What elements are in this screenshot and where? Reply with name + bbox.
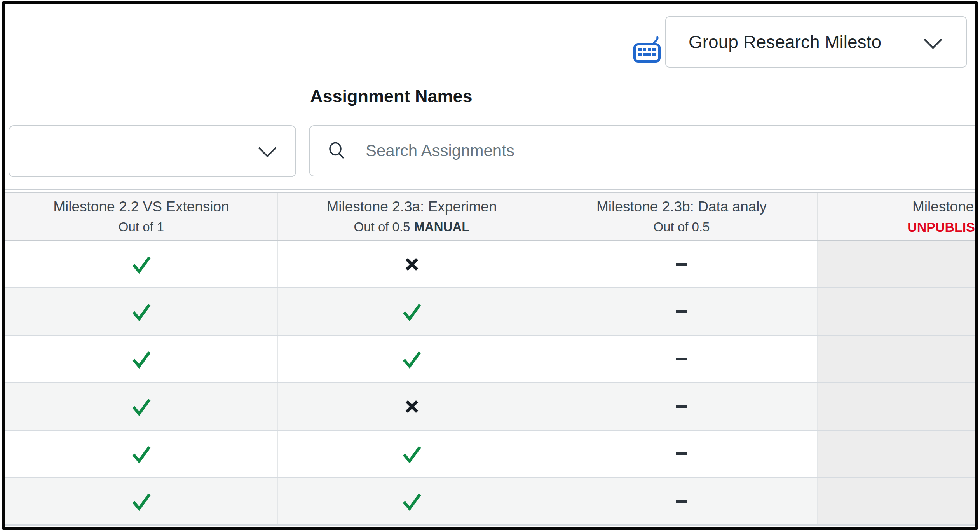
chevron-down-icon xyxy=(257,146,277,159)
grid-row xyxy=(5,383,978,431)
grade-cell-check[interactable] xyxy=(5,431,278,477)
check-icon xyxy=(130,253,153,276)
grade-cell-check[interactable] xyxy=(5,288,278,335)
grade-cell-blank[interactable] xyxy=(818,241,978,287)
check-icon xyxy=(401,348,423,370)
grade-cell-dash[interactable] xyxy=(546,478,818,524)
gradebook-screen: Group Research Milesto Assignment Names xyxy=(0,0,980,531)
grid-row xyxy=(5,478,978,526)
grid-row xyxy=(5,241,978,288)
grade-cell-check[interactable] xyxy=(278,288,546,335)
grade-cell-blank[interactable] xyxy=(818,336,978,382)
search-assignments-box xyxy=(309,125,978,176)
grid-header-cell[interactable]: Milestone 2.2 VS ExtensionOut of 1 xyxy=(5,193,278,240)
assignment-column-title: Milestone 2.2 VS Extension xyxy=(5,199,277,215)
grade-cell-dash[interactable] xyxy=(546,431,818,477)
grid-row xyxy=(5,336,978,383)
grade-cell-check[interactable] xyxy=(5,383,278,430)
grade-cell-dash[interactable] xyxy=(546,241,818,287)
assignment-column-title: Milestone 2.3b: Data analy xyxy=(546,199,817,215)
grid-header-cell[interactable]: Milestone 2.4UNPUBLISHED xyxy=(818,193,978,240)
check-icon xyxy=(130,443,153,465)
grade-cell-check[interactable] xyxy=(278,431,546,477)
points-possible-label: Out of 0.5 xyxy=(654,220,710,234)
grade-cell-check[interactable] xyxy=(278,478,546,524)
points-possible-label: Out of 1 xyxy=(119,220,164,234)
grade-cell-check[interactable] xyxy=(278,336,546,382)
grade-cell-dash[interactable] xyxy=(546,336,818,382)
gradebook-view-dropdown[interactable]: Group Research Milesto xyxy=(665,16,967,68)
grade-cell-dash[interactable] xyxy=(546,383,818,430)
keyboard-shortcuts-button[interactable] xyxy=(631,34,664,67)
screenshot-frame: Group Research Milesto Assignment Names xyxy=(2,1,978,530)
dash-icon xyxy=(676,452,687,456)
gradebook-grid: Milestone 2.2 VS ExtensionOut of 1Milest… xyxy=(5,192,978,530)
assignment-column-title: Milestone 2.3a: Experimen xyxy=(278,199,546,215)
grid-row xyxy=(5,288,978,336)
keyboard-icon xyxy=(631,62,664,68)
grid-header-cell[interactable]: Milestone 2.3a: ExperimenOut of 0.5MANUA… xyxy=(278,193,546,240)
assignment-column-title: Milestone 2.4 xyxy=(818,199,978,215)
manual-posting-badge: MANUAL xyxy=(414,220,469,234)
grade-cell-blank[interactable] xyxy=(818,478,978,524)
check-icon xyxy=(130,395,153,418)
grid-header-row: Milestone 2.2 VS ExtensionOut of 1Milest… xyxy=(5,192,978,241)
grid-row xyxy=(5,431,978,478)
dash-icon xyxy=(676,405,687,408)
check-icon xyxy=(401,300,423,323)
check-icon xyxy=(401,443,423,465)
grade-cell-check[interactable] xyxy=(5,478,278,524)
grade-cell-blank[interactable] xyxy=(818,431,978,477)
check-icon xyxy=(401,490,423,513)
points-possible-label: Out of 0.5 xyxy=(354,220,410,234)
grade-cell-check[interactable] xyxy=(5,241,278,287)
grid-row-partial xyxy=(5,526,978,530)
chevron-down-icon xyxy=(922,37,943,51)
assignment-filter-dropdown[interactable] xyxy=(9,125,296,177)
grade-cell-check[interactable] xyxy=(5,336,278,382)
assignment-names-heading: Assignment Names xyxy=(310,86,473,107)
gradebook-view-dropdown-value: Group Research Milesto xyxy=(666,31,881,52)
grade-cell-cross[interactable] xyxy=(278,241,546,287)
grid-body xyxy=(5,241,978,530)
dash-icon xyxy=(676,310,687,313)
cross-icon xyxy=(403,255,421,273)
grade-cell-blank[interactable] xyxy=(818,383,978,430)
cross-icon xyxy=(403,398,421,416)
grid-top-divider xyxy=(5,189,975,190)
unpublished-badge: UNPUBLISHED xyxy=(907,220,978,234)
check-icon xyxy=(130,348,153,370)
grade-cell-cross[interactable] xyxy=(278,383,546,430)
grid-header-cell[interactable]: Milestone 2.3b: Data analyOut of 0.5 xyxy=(546,193,818,240)
search-assignments-input[interactable] xyxy=(366,141,949,160)
search-icon xyxy=(328,141,347,161)
dash-icon xyxy=(676,500,687,503)
grade-cell-dash[interactable] xyxy=(546,288,818,335)
check-icon xyxy=(130,300,153,323)
dash-icon xyxy=(676,263,687,266)
dash-icon xyxy=(676,358,687,361)
grade-cell-blank[interactable] xyxy=(818,288,978,335)
check-icon xyxy=(130,490,153,513)
